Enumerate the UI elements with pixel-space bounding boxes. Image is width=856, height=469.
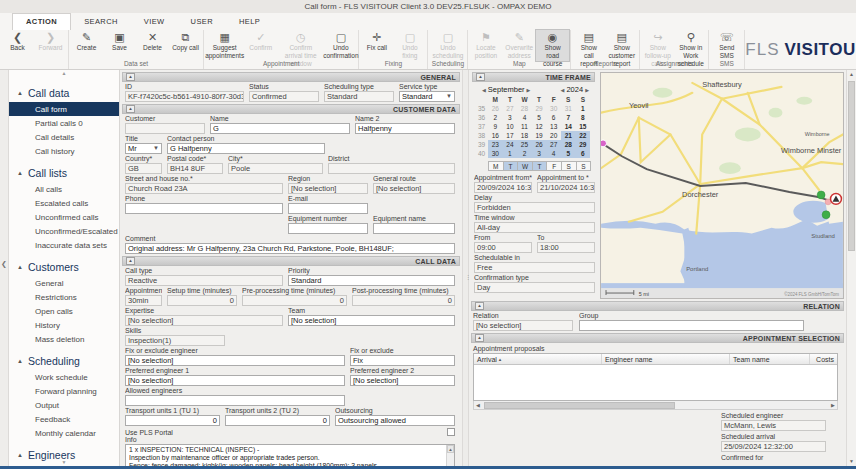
- hscroll-thumb[interactable]: [484, 402, 675, 409]
- info-field[interactable]: Info 1 x INSPECTION: TECHNICAL (INSPEC) …: [120, 436, 462, 466]
- email-field[interactable]: E-mail: [288, 195, 368, 214]
- comment-field[interactable]: Comment Original address: Mr G Halfpenny…: [125, 235, 455, 254]
- scroll-left-icon[interactable]: ◀: [474, 402, 482, 408]
- fix-call-button[interactable]: ✛Fix call: [360, 30, 393, 61]
- calendar-day[interactable]: 29: [532, 104, 547, 113]
- calendar-day[interactable]: 4: [546, 149, 561, 158]
- calendar-day[interactable]: 21: [561, 131, 576, 140]
- info-scrollbar[interactable]: ▲: [446, 445, 454, 466]
- weekday-toggle-6[interactable]: S: [576, 161, 592, 171]
- sidebar-item-all-calls[interactable]: All calls: [9, 182, 119, 196]
- calendar-day[interactable]: 28: [517, 104, 532, 113]
- contact-person-input[interactable]: G Halfpenny: [167, 143, 325, 154]
- back-button[interactable]: ❮Back: [1, 30, 34, 61]
- fix-or-exclude-field[interactable]: Fix or exclude Fix: [350, 347, 455, 366]
- sidebar-section-title-scheduling[interactable]: ▲Scheduling: [9, 353, 119, 370]
- fix-or-exclude-input[interactable]: Fix: [350, 355, 455, 366]
- overwrite-address-button[interactable]: ✎Overwrite address: [502, 30, 536, 61]
- calendar-day[interactable]: 19: [532, 131, 547, 140]
- calendar-day[interactable]: 3: [503, 113, 518, 122]
- route-start-marker[interactable]: [600, 140, 607, 147]
- calendar-day[interactable]: 25: [517, 140, 532, 149]
- calendar-day[interactable]: 16: [488, 131, 503, 140]
- calendar-day[interactable]: 24: [503, 140, 518, 149]
- equipment-number-input[interactable]: [288, 223, 368, 234]
- menu-tab-view[interactable]: VIEW: [131, 14, 178, 30]
- menu-tab-help[interactable]: HELP: [226, 14, 273, 30]
- priority-input[interactable]: Standard: [288, 275, 455, 286]
- calendar-day[interactable]: 2: [488, 113, 503, 122]
- preferred-engineer2-input[interactable]: [No selection]: [350, 375, 455, 386]
- fix-or-exclude-engineer-field[interactable]: Fix or exclude engineer [No selection]: [125, 347, 345, 366]
- calendar-day[interactable]: 14: [561, 122, 576, 131]
- use-pls-portal-checkbox[interactable]: [447, 428, 455, 436]
- collapse-relation-icon[interactable]: ▲: [475, 302, 484, 310]
- group-input[interactable]: [579, 320, 804, 331]
- sidebar-item-inaccurate-data-sets[interactable]: Inaccurate data sets: [9, 238, 119, 252]
- calendar-day[interactable]: 26: [532, 140, 547, 149]
- calendar-day[interactable]: 28: [561, 140, 576, 149]
- weekday-toggle-5[interactable]: S: [561, 161, 577, 171]
- calendar-day[interactable]: 8: [576, 113, 591, 122]
- appointment-proposals-table[interactable]: Arrival▴Engineer nameTeam nameCosts: [473, 353, 838, 401]
- transport-units1-input[interactable]: 0: [125, 415, 220, 426]
- calendar-day[interactable]: 4: [517, 113, 532, 122]
- engineer-marker-1[interactable]: [817, 191, 825, 199]
- weekday-toggle-2[interactable]: W: [517, 161, 533, 171]
- sidebar-item-restrictions[interactable]: Restrictions: [9, 290, 119, 304]
- preferred-engineer1-input[interactable]: [No selection]: [125, 375, 345, 386]
- outsourcing-field[interactable]: Outsourcing Outsourcing allowed: [335, 407, 455, 426]
- calendar-day[interactable]: 10: [503, 122, 518, 131]
- equipment-number-field[interactable]: Equipment number: [288, 215, 368, 234]
- sidebar-section-title-call-data[interactable]: ▲Call data: [9, 85, 119, 102]
- sidebar-item-call-details[interactable]: Call details: [9, 130, 119, 144]
- allowed-engineers-field[interactable]: Allowed engineers: [125, 387, 345, 406]
- destination-marker[interactable]: [831, 193, 842, 204]
- sidebar-item-history[interactable]: History: [9, 318, 119, 332]
- vscroll-thumb[interactable]: [848, 81, 855, 251]
- outsourcing-input[interactable]: Outsourcing allowed: [335, 415, 455, 426]
- collapse-customer-icon[interactable]: ▲: [126, 105, 135, 113]
- allowed-engineers-input[interactable]: [125, 395, 345, 406]
- engineer-marker-2[interactable]: [822, 211, 830, 219]
- undo-scheduling-button[interactable]: ▢Undo scheduling: [429, 30, 466, 61]
- sidebar-item-output[interactable]: Output: [9, 398, 119, 412]
- send-sms-button[interactable]: ☏Send SMS: [710, 30, 743, 61]
- column-header-team-name[interactable]: Team name: [730, 354, 810, 364]
- calendar-day[interactable]: 5: [532, 113, 547, 122]
- sidebar-item-work-schedule[interactable]: Work schedule: [9, 370, 119, 384]
- transport-units2-field[interactable]: Transport units 2 (TU 2) 0: [225, 407, 330, 426]
- forward-button[interactable]: ❯Forward: [34, 30, 67, 61]
- sidebar-item-escalated-calls[interactable]: Escalated calls: [9, 196, 119, 210]
- create-button[interactable]: ✎Create: [70, 30, 103, 61]
- sidebar-item-open-calls[interactable]: Open calls: [9, 304, 119, 318]
- menu-tab-action[interactable]: ACTION: [12, 13, 71, 30]
- comment-input[interactable]: Original address: Mr G Halfpenny, 23a Ch…: [125, 243, 455, 254]
- calendar-day[interactable]: 23: [488, 140, 503, 149]
- show-follow-up-calls-button[interactable]: ↪Show follow-up calls: [641, 30, 674, 61]
- sidebar-item-feedback[interactable]: Feedback: [9, 412, 119, 426]
- calendar-day[interactable]: 6: [546, 113, 561, 122]
- next-year-icon[interactable]: ▶: [583, 87, 591, 93]
- collapse-call-data-icon[interactable]: ▲: [126, 257, 135, 265]
- menu-tab-search[interactable]: SEARCH: [71, 14, 131, 30]
- phone-field[interactable]: Phone: [125, 195, 283, 214]
- calendar-day[interactable]: 31: [561, 104, 576, 113]
- sidebar-item-forward-planning[interactable]: Forward planning: [9, 384, 119, 398]
- column-header-engineer-name[interactable]: Engineer name: [602, 354, 730, 364]
- name2-input[interactable]: Halfpenny: [355, 123, 455, 134]
- service-type-select[interactable]: Standard▼: [399, 91, 455, 102]
- suggest-appointments-button[interactable]: ▦Suggest appointments: [205, 30, 244, 61]
- calendar-day[interactable]: 26: [488, 104, 503, 113]
- copy-call-button[interactable]: ⧉Copy call: [169, 30, 202, 61]
- prev-month-icon[interactable]: ◀: [480, 87, 488, 93]
- save-button[interactable]: ▣Save: [103, 30, 136, 61]
- show-in-work-schedule-button[interactable]: ⚲Show in Work schedule: [674, 30, 707, 61]
- info-textarea[interactable]: 1 x INSPECTION: TECHNICAL (INSPEC) - Ins…: [125, 444, 455, 466]
- scroll-down-icon[interactable]: ▼: [847, 457, 856, 466]
- show-road-course-button[interactable]: ◉Show road course: [536, 30, 569, 61]
- calendar-day[interactable]: 29: [576, 140, 591, 149]
- sidebar-item-monthly-calendar[interactable]: Monthly calendar: [9, 426, 119, 440]
- preferred-engineer2-field[interactable]: Preferred engineer 2 [No selection]: [350, 367, 455, 386]
- team-field[interactable]: Team [No selection]: [288, 307, 455, 326]
